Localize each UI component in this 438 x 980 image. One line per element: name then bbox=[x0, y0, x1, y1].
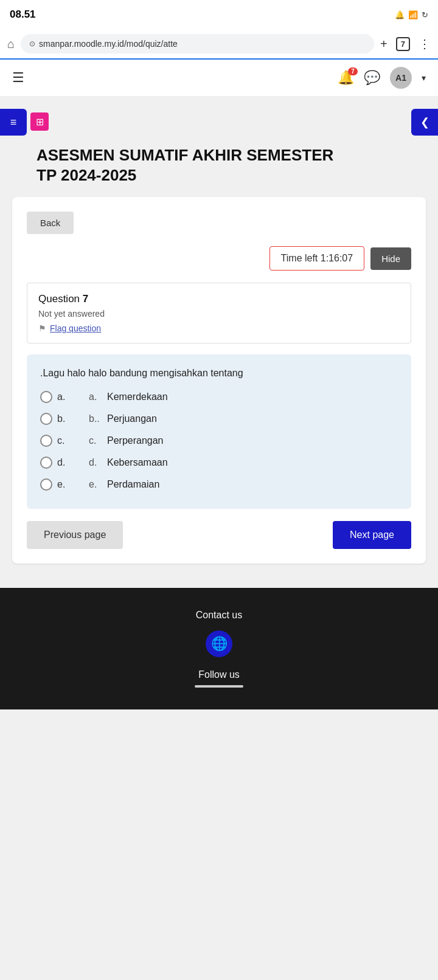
nav-buttons: Previous page Next page bbox=[27, 521, 411, 549]
question-header: Question 7 Not yet answered ⚑ Flag quest… bbox=[27, 283, 411, 343]
hide-button[interactable]: Hide bbox=[370, 247, 411, 270]
secure-icon: ⊙ bbox=[29, 40, 35, 48]
url-text: smanpar.moodle.my.id/mod/quiz/atte bbox=[39, 39, 178, 49]
option-e-letter: e. bbox=[57, 479, 65, 490]
previous-page-button[interactable]: Previous page bbox=[27, 521, 123, 549]
tab-count[interactable]: 7 bbox=[396, 37, 410, 51]
option-d-radio-col: d. bbox=[40, 457, 89, 469]
nav-right: 🔔 7 💬 A1 ▾ bbox=[338, 67, 426, 89]
sidebar-left-button[interactable]: ≡ bbox=[0, 109, 27, 136]
page-title: ASESMEN SUMATIF AKHIR SEMESTERTP 2024-20… bbox=[36, 145, 401, 185]
question-number: Question 7 bbox=[38, 293, 400, 305]
list-icon: ≡ bbox=[10, 116, 17, 129]
scroll-hint bbox=[195, 685, 243, 688]
grid-icon: ⊞ bbox=[36, 116, 44, 128]
add-tab-icon[interactable]: + bbox=[380, 37, 388, 51]
status-icons: 🔔 📶 ↻ bbox=[395, 10, 428, 19]
globe-icon: 🌐 bbox=[211, 636, 228, 652]
footer-contact-label: Contact us bbox=[12, 610, 426, 621]
list-item: e. e. Perdamaian bbox=[40, 478, 398, 491]
list-item: a. a. Kemerdekaan bbox=[40, 391, 398, 403]
option-a-letter: a. bbox=[57, 392, 65, 402]
notification-wrapper[interactable]: 🔔 7 bbox=[338, 70, 354, 86]
signal-icon: 🔔 bbox=[395, 10, 405, 19]
option-b-radio-col: b. bbox=[40, 413, 89, 425]
network-icon: 📶 bbox=[408, 10, 418, 19]
option-b-label-col: b.. Perjuangan bbox=[89, 413, 398, 424]
option-d-radio[interactable] bbox=[40, 457, 52, 469]
question-number-value: 7 bbox=[83, 293, 88, 305]
timer-row: Time left 1:16:07 Hide bbox=[27, 246, 411, 271]
nav-header: ☰ 🔔 7 💬 A1 ▾ bbox=[0, 60, 438, 97]
home-icon[interactable]: ⌂ bbox=[7, 37, 15, 51]
chat-icon[interactable]: 💬 bbox=[364, 70, 380, 86]
option-c-letter: c. bbox=[57, 435, 64, 446]
avatar[interactable]: A1 bbox=[390, 67, 412, 89]
option-c-radio-col: c. bbox=[40, 435, 89, 447]
quiz-grid-icon[interactable]: ⊞ bbox=[30, 112, 49, 131]
option-c-text: Perperangan bbox=[107, 435, 164, 446]
question-text: .Lagu halo halo bandung mengisahkan tent… bbox=[40, 368, 398, 379]
avatar-initials: A1 bbox=[395, 73, 406, 83]
flag-row: ⚑ Flag question bbox=[38, 323, 400, 333]
option-b-radio[interactable] bbox=[40, 413, 52, 425]
option-a-text: Kemerdekaan bbox=[107, 392, 168, 402]
quiz-card: Back Time left 1:16:07 Hide Question 7 N… bbox=[12, 197, 426, 564]
sidebar-right-button[interactable]: ❮ bbox=[411, 109, 438, 136]
option-d-text: Kebersamaan bbox=[107, 457, 168, 468]
battery-icon: ↻ bbox=[422, 10, 428, 19]
question-content: .Lagu halo halo bandung mengisahkan tent… bbox=[27, 354, 411, 509]
option-c-letter-b: c. bbox=[89, 435, 101, 446]
list-item: d. d. Kebersamaan bbox=[40, 457, 398, 469]
list-item: c. c. Perperangan bbox=[40, 435, 398, 447]
page-content: ≡ ⊞ ❮ ASESMEN SUMATIF AKHIR SEMESTERTP 2… bbox=[0, 97, 438, 564]
option-b-letter: b. bbox=[57, 413, 65, 424]
browser-bar: ⌂ ⊙ smanpar.moodle.my.id/mod/quiz/atte +… bbox=[0, 29, 438, 60]
url-bar[interactable]: ⊙ smanpar.moodle.my.id/mod/quiz/atte bbox=[21, 34, 374, 53]
option-a-label-col: a. Kemerdekaan bbox=[89, 392, 398, 402]
option-a-radio-col: a. bbox=[40, 391, 89, 403]
list-item: b. b.. Perjuangan bbox=[40, 413, 398, 425]
option-d-label-col: d. Kebersamaan bbox=[89, 457, 398, 468]
option-e-label-col: e. Perdamaian bbox=[89, 479, 398, 490]
option-e-text: Perdamaian bbox=[107, 479, 159, 490]
status-bar: 08.51 🔔 📶 ↻ bbox=[0, 0, 438, 29]
options-list: a. a. Kemerdekaan b. b.. Perjuan bbox=[40, 391, 398, 491]
page-title-section: ASESMEN SUMATIF AKHIR SEMESTERTP 2024-20… bbox=[0, 97, 438, 197]
footer-follow-label: Follow us bbox=[12, 669, 426, 680]
hamburger-icon[interactable]: ☰ bbox=[12, 70, 24, 86]
option-c-radio[interactable] bbox=[40, 435, 52, 447]
option-a-letter-b: a. bbox=[89, 392, 101, 402]
flag-question-link[interactable]: Flag question bbox=[50, 323, 101, 333]
footer-globe-button[interactable]: 🌐 bbox=[206, 630, 232, 657]
option-d-letter: d. bbox=[57, 457, 65, 468]
option-e-letter-b: e. bbox=[89, 479, 101, 490]
timer-box: Time left 1:16:07 bbox=[269, 246, 365, 271]
browser-actions: + 7 ⋮ bbox=[380, 36, 431, 51]
avatar-dropdown-icon[interactable]: ▾ bbox=[422, 73, 426, 83]
question-status: Not yet answered bbox=[38, 309, 400, 319]
option-e-radio[interactable] bbox=[40, 478, 52, 491]
more-options-icon[interactable]: ⋮ bbox=[419, 36, 431, 51]
option-c-label-col: c. Perperangan bbox=[89, 435, 398, 446]
option-e-radio-col: e. bbox=[40, 478, 89, 491]
option-a-radio[interactable] bbox=[40, 391, 52, 403]
chevron-left-icon: ❮ bbox=[420, 116, 429, 129]
option-b-text: Perjuangan bbox=[107, 413, 157, 424]
status-time: 08.51 bbox=[10, 9, 36, 21]
next-page-button[interactable]: Next page bbox=[333, 521, 411, 549]
footer: Contact us 🌐 Follow us bbox=[0, 588, 438, 709]
notification-badge: 7 bbox=[348, 67, 358, 75]
flag-icon: ⚑ bbox=[38, 323, 46, 333]
option-b-letter-b: b.. bbox=[89, 413, 101, 424]
back-button[interactable]: Back bbox=[27, 212, 74, 234]
option-d-letter-b: d. bbox=[89, 457, 101, 468]
